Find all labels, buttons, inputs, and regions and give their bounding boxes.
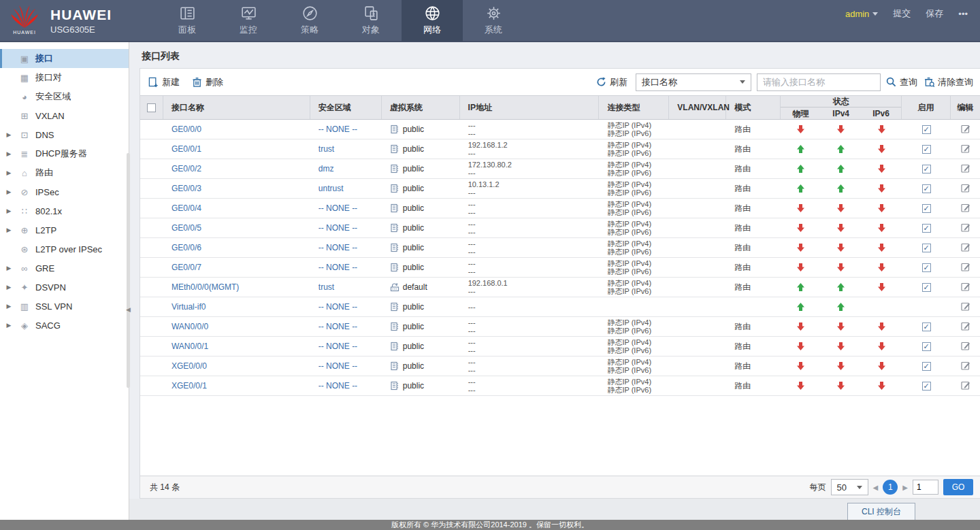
tab-系统[interactable]: 系统 bbox=[463, 0, 524, 42]
edit-button[interactable] bbox=[961, 183, 970, 195]
sidebar-item-DNS[interactable]: ▶⊡DNS bbox=[0, 125, 129, 144]
enable-checkbox[interactable]: ✓ bbox=[922, 263, 931, 272]
security-zone-link[interactable]: dmz bbox=[318, 164, 334, 173]
sidebar-item-802.1x[interactable]: ▶∷802.1x bbox=[0, 201, 129, 220]
security-zone-link[interactable]: -- NONE -- bbox=[318, 342, 357, 351]
edit-button[interactable] bbox=[961, 163, 970, 175]
edit-button[interactable] bbox=[961, 361, 970, 372]
security-zone-link[interactable]: trust bbox=[318, 282, 334, 292]
tab-策略[interactable]: 策略 bbox=[279, 0, 340, 42]
security-zone-link[interactable]: untrust bbox=[318, 184, 344, 193]
security-zone-link[interactable]: -- NONE -- bbox=[318, 361, 357, 371]
interface-name-link[interactable]: GE0/0/6 bbox=[172, 243, 201, 252]
tab-面板[interactable]: 面板 bbox=[157, 0, 218, 42]
interface-name-link[interactable]: GE0/0/2 bbox=[172, 164, 201, 173]
select-all-checkbox[interactable] bbox=[147, 103, 156, 112]
query-button[interactable]: 查询 bbox=[886, 76, 917, 88]
enable-checkbox[interactable]: ✓ bbox=[922, 283, 931, 292]
interface-name-link[interactable]: GE0/0/3 bbox=[172, 184, 201, 193]
tab-监控[interactable]: 监控 bbox=[218, 0, 279, 42]
save-button[interactable]: 保存 bbox=[926, 7, 943, 20]
security-zone-link[interactable]: -- NONE -- bbox=[318, 223, 357, 233]
security-zone-link[interactable]: -- NONE -- bbox=[318, 125, 357, 134]
more-menu-icon[interactable]: ••• bbox=[958, 9, 968, 19]
enable-checkbox[interactable]: ✓ bbox=[922, 125, 931, 134]
sidebar-item-DHCP服务器[interactable]: ▶≣DHCP服务器 bbox=[0, 144, 129, 163]
goto-page-input[interactable] bbox=[913, 480, 938, 495]
enable-checkbox[interactable]: ✓ bbox=[922, 342, 931, 351]
go-button[interactable]: GO bbox=[943, 479, 973, 495]
edit-button[interactable] bbox=[961, 242, 970, 254]
enable-checkbox[interactable]: ✓ bbox=[922, 204, 931, 213]
security-zone-link[interactable]: trust bbox=[318, 144, 334, 154]
admin-menu[interactable]: admin bbox=[845, 9, 878, 19]
edit-button[interactable] bbox=[961, 341, 970, 352]
security-zone-link[interactable]: -- NONE -- bbox=[318, 381, 357, 391]
sidebar-item-L2TP[interactable]: ▶⊕L2TP bbox=[0, 220, 129, 239]
edit-button[interactable] bbox=[961, 144, 970, 155]
security-zone-link[interactable]: -- NONE -- bbox=[318, 203, 357, 213]
new-button[interactable]: 新建 bbox=[148, 76, 180, 88]
interface-name-link[interactable]: GE0/0/7 bbox=[172, 263, 201, 272]
sidebar-item-VXLAN[interactable]: ⊞VXLAN bbox=[0, 106, 129, 125]
table-row: XGE0/0/1-- NONE --public------静态IP (IPv4… bbox=[140, 376, 980, 396]
per-page-select[interactable]: 50 bbox=[831, 479, 868, 495]
enable-checkbox[interactable]: ✓ bbox=[922, 322, 931, 331]
refresh-button[interactable]: 刷新 bbox=[596, 76, 627, 88]
sidebar-item-接口[interactable]: ▣接口 bbox=[0, 49, 129, 68]
interface-name-link[interactable]: GE0/0/5 bbox=[172, 223, 201, 233]
enable-checkbox[interactable]: ✓ bbox=[922, 224, 931, 233]
sidebar-item-接口对[interactable]: ▦接口对 bbox=[0, 68, 129, 87]
tab-网络[interactable]: 网络 bbox=[402, 0, 463, 42]
interface-name-link[interactable]: WAN0/0/1 bbox=[172, 342, 208, 351]
edit-button[interactable] bbox=[961, 321, 970, 333]
enable-checkbox[interactable]: ✓ bbox=[922, 382, 931, 391]
interface-name-link[interactable]: Virtual-if0 bbox=[172, 302, 206, 312]
sidebar-item-DSVPN[interactable]: ▶✦DSVPN bbox=[0, 278, 129, 297]
sidebar-item-SSL VPN[interactable]: ▶▥SSL VPN bbox=[0, 297, 129, 316]
next-page-icon[interactable]: ▶ bbox=[902, 484, 908, 491]
sidebar-item-路由[interactable]: ▶⌂路由 bbox=[0, 163, 129, 182]
clear-query-button[interactable]: 清除查询 bbox=[924, 76, 973, 88]
sidebar-item-GRE[interactable]: ▶∞GRE bbox=[0, 259, 129, 278]
ipv6-status bbox=[861, 322, 902, 331]
edit-button[interactable] bbox=[961, 282, 970, 293]
edit-button[interactable] bbox=[961, 124, 970, 135]
interface-name-link[interactable]: GE0/0/4 bbox=[172, 203, 201, 213]
edit-button[interactable] bbox=[961, 262, 970, 274]
edit-button[interactable] bbox=[961, 222, 970, 234]
enable-checkbox[interactable]: ✓ bbox=[922, 145, 931, 154]
edit-button[interactable] bbox=[961, 203, 970, 214]
sidebar-item-安全区域[interactable]: ◕安全区域 bbox=[0, 87, 129, 106]
enable-cell: ✓ bbox=[902, 342, 951, 351]
edit-button[interactable] bbox=[961, 380, 970, 392]
sidebar-item-L2TP over IPSec[interactable]: ⊛L2TP over IPSec bbox=[0, 239, 129, 259]
interface-name-link[interactable]: GE0/0/0 bbox=[172, 125, 201, 134]
prev-page-icon[interactable]: ◀ bbox=[873, 484, 879, 491]
sidebar-item-IPSec[interactable]: ▶⊘IPSec bbox=[0, 182, 129, 201]
edit-button[interactable] bbox=[961, 301, 970, 313]
interface-name-link[interactable]: WAN0/0/0 bbox=[172, 322, 208, 331]
sidebar-item-SACG[interactable]: ▶◈SACG bbox=[0, 316, 129, 335]
commit-button[interactable]: 提交 bbox=[893, 7, 911, 20]
interface-name-link[interactable]: XGE0/0/0 bbox=[172, 361, 207, 371]
tab-对象[interactable]: 对象 bbox=[340, 0, 402, 42]
security-zone-link[interactable]: -- NONE -- bbox=[318, 243, 357, 252]
interface-name-link[interactable]: XGE0/0/1 bbox=[172, 381, 207, 391]
current-page-button[interactable]: 1 bbox=[883, 480, 898, 495]
filter-field-select[interactable]: 接口名称 bbox=[636, 73, 751, 91]
interface-name-link[interactable]: GE0/0/1 bbox=[172, 144, 201, 154]
security-zone-link[interactable]: -- NONE -- bbox=[318, 322, 357, 331]
connection-type: 静态IP (IPv4)静态IP (IPv6) bbox=[607, 239, 669, 256]
security-zone-link[interactable]: -- NONE -- bbox=[318, 302, 357, 312]
cli-console-button[interactable]: CLI 控制台 bbox=[847, 503, 915, 520]
interface-name-link[interactable]: MEth0/0/0(MGMT) bbox=[172, 282, 239, 292]
delete-button[interactable]: 删除 bbox=[192, 76, 223, 88]
enable-checkbox[interactable]: ✓ bbox=[922, 184, 931, 193]
search-input[interactable] bbox=[757, 73, 881, 91]
security-zone-link[interactable]: -- NONE -- bbox=[318, 263, 357, 272]
enable-checkbox[interactable]: ✓ bbox=[922, 362, 931, 371]
enable-checkbox[interactable]: ✓ bbox=[922, 244, 931, 252]
enable-checkbox[interactable]: ✓ bbox=[922, 165, 931, 173]
sidebar: ▣接口▦接口对◕安全区域⊞VXLAN▶⊡DNS▶≣DHCP服务器▶⌂路由▶⊘IP… bbox=[0, 42, 129, 520]
